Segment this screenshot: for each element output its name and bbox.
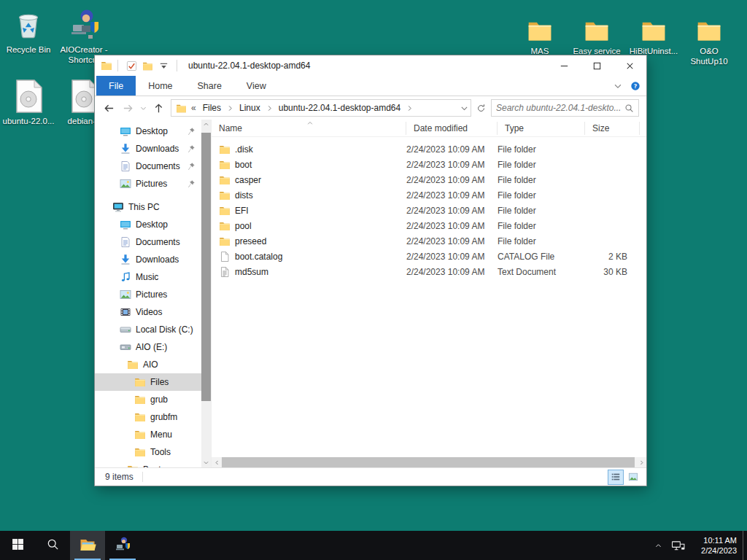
close-button[interactable]: [614, 55, 646, 76]
sidebar-item-documents[interactable]: Documents: [95, 158, 201, 175]
sidebar-item-videos[interactable]: Videos: [95, 303, 201, 321]
quick-access-properties-icon[interactable]: [123, 58, 139, 74]
sidebar-item-this-pc[interactable]: This PC: [95, 198, 201, 216]
quick-access-new-folder-icon[interactable]: [139, 58, 155, 74]
show-hidden-icons-button[interactable]: [649, 542, 667, 550]
tab-share[interactable]: Share: [185, 76, 234, 96]
sidebar-item-downloads[interactable]: Downloads: [95, 140, 201, 158]
pin-icon: [186, 179, 196, 189]
file-row-boot[interactable]: boot 2/24/2023 10:09 AM File folder: [212, 157, 646, 172]
sidebar-item-aio-e-[interactable]: AIO (E:): [95, 338, 201, 356]
tab-home[interactable]: Home: [136, 76, 185, 96]
navigation-scrollbar[interactable]: [201, 120, 211, 467]
large-icons-view-button[interactable]: [626, 470, 640, 484]
taskbar-aiocreator-button[interactable]: [105, 531, 140, 560]
desktop-icon-hibituninstaller[interactable]: HiBitUninst...: [626, 7, 681, 56]
scrollbar-thumb[interactable]: [201, 133, 211, 401]
minimize-button[interactable]: [548, 55, 581, 76]
windows-logo-icon: [12, 538, 24, 553]
scroll-down-icon[interactable]: [201, 458, 211, 467]
breadcrumb-overflow[interactable]: «: [187, 103, 198, 113]
column-header-size[interactable]: Size: [585, 122, 640, 135]
breadcrumb-segment[interactable]: Linux: [234, 103, 266, 113]
recent-locations-icon[interactable]: [137, 98, 149, 117]
scroll-left-icon[interactable]: [212, 457, 222, 467]
up-button[interactable]: [149, 98, 168, 117]
search-box[interactable]: [491, 99, 639, 117]
taskbar-clock[interactable]: 10:11 AM 2/24/2023: [692, 535, 737, 556]
window-system-icon[interactable]: [101, 60, 112, 71]
tab-view[interactable]: View: [234, 76, 279, 96]
start-button[interactable]: [0, 531, 35, 560]
item-label: Local Disk (C:): [136, 324, 193, 335]
taskbar: 10:11 AM 2/24/2023: [0, 531, 747, 560]
file-type-icon: [219, 159, 231, 171]
sidebar-item-grub[interactable]: grub: [95, 391, 201, 408]
refresh-icon[interactable]: [473, 99, 488, 117]
sidebar-item-music[interactable]: Music: [95, 268, 201, 286]
help-icon[interactable]: ?: [630, 81, 640, 91]
sidebar-item-downloads[interactable]: Downloads: [95, 251, 201, 268]
sidebar-item-documents[interactable]: Documents: [95, 233, 201, 251]
desktop-icon-recycle-bin[interactable]: Recycle Bin: [1, 6, 56, 55]
back-button[interactable]: [99, 98, 118, 117]
sidebar-item-local-disk-c-[interactable]: Local Disk (C:): [95, 321, 201, 338]
forward-button[interactable]: [118, 98, 137, 117]
breadcrumb: FilesLinuxubuntu-22.04.1-desktop-amd64: [198, 103, 414, 113]
breadcrumb-separator-icon[interactable]: [266, 104, 274, 112]
file-date-modified: 2/24/2023 10:09 AM: [406, 160, 498, 170]
file-row-boot-catalog[interactable]: boot.catalog 2/24/2023 10:09 AM CATALOG …: [212, 249, 646, 264]
sidebar-item-grubfm[interactable]: grubfm: [95, 408, 201, 426]
sidebar-item-files[interactable]: Files: [95, 373, 201, 391]
scroll-up-icon[interactable]: [201, 120, 211, 129]
breadcrumb-separator-icon[interactable]: [406, 104, 414, 112]
file-row-casper[interactable]: casper 2/24/2023 10:09 AM File folder: [212, 172, 646, 187]
customize-quick-access-toolbar-icon[interactable]: [155, 58, 171, 74]
sidebar-item-desktop[interactable]: Desktop: [95, 122, 201, 140]
item-label: Tools: [150, 447, 171, 457]
desktop-icon-oo-shutup10[interactable]: O&O ShutUp10: [681, 7, 737, 66]
location-folder-icon: [176, 103, 187, 114]
file-row-efi[interactable]: EFI 2/24/2023 10:09 AM File folder: [212, 203, 646, 218]
expand-ribbon-icon[interactable]: [613, 81, 623, 91]
file-type: File folder: [498, 236, 585, 246]
sidebar-item-pictures[interactable]: Pictures: [95, 175, 201, 192]
sidebar-item-tools[interactable]: Tools: [95, 443, 201, 461]
breadcrumb-separator-icon[interactable]: [226, 104, 234, 112]
breadcrumb-segment[interactable]: ubuntu-22.04.1-desktop-amd64: [274, 103, 406, 113]
file-row--disk[interactable]: .disk 2/24/2023 10:09 AM File folder: [212, 141, 646, 157]
column-header-type[interactable]: Type: [498, 122, 585, 135]
scrollbar-thumb[interactable]: [222, 457, 635, 467]
file-row-preseed[interactable]: preseed 2/24/2023 10:09 AM File folder: [212, 233, 646, 249]
desktop-icon-ubuntu-iso[interactable]: ubuntu-22.0...: [1, 77, 56, 126]
address-dropdown-icon[interactable]: [460, 104, 469, 113]
show-desktop-button[interactable]: [743, 531, 747, 560]
search-input[interactable]: [496, 103, 624, 113]
maximize-button[interactable]: [581, 55, 614, 76]
file-row-dists[interactable]: dists 2/24/2023 10:09 AM File folder: [212, 187, 646, 203]
network-icon[interactable]: [667, 540, 689, 551]
clock-time: 10:11 AM: [692, 535, 737, 545]
navigation-pane: Desktop Downloads Documents Pictures Thi…: [95, 120, 212, 467]
horizontal-scrollbar[interactable]: [212, 457, 646, 467]
system-tray: 10:11 AM 2/24/2023: [649, 531, 747, 560]
sidebar-item-aio[interactable]: AIO: [95, 356, 201, 373]
column-header-date-modified[interactable]: Date modified: [406, 122, 498, 135]
sidebar-item-menu[interactable]: Menu: [95, 426, 201, 443]
file-row-md5sum[interactable]: md5sum 2/24/2023 10:09 AM Text Document …: [212, 264, 646, 279]
desktop-icon-mas[interactable]: MAS: [512, 7, 568, 56]
details-view-button[interactable]: [608, 470, 623, 484]
taskbar-search-button[interactable]: [35, 531, 70, 560]
sidebar-item-pictures[interactable]: Pictures: [95, 286, 201, 303]
scroll-right-icon[interactable]: [636, 457, 646, 467]
file-date-modified: 2/24/2023 10:09 AM: [406, 221, 498, 231]
sidebar-item-boot[interactable]: Boot: [95, 461, 201, 467]
desktop-icon-easy-service[interactable]: Easy service: [569, 7, 624, 56]
tab-file[interactable]: File: [96, 76, 136, 96]
sidebar-item-desktop[interactable]: Desktop: [95, 216, 201, 233]
breadcrumb-segment[interactable]: Files: [198, 103, 226, 113]
item-label: Desktop: [136, 126, 168, 136]
file-row-pool[interactable]: pool 2/24/2023 10:09 AM File folder: [212, 218, 646, 233]
address-bar[interactable]: « FilesLinuxubuntu-22.04.1-desktop-amd64: [171, 99, 471, 117]
taskbar-file-explorer-button[interactable]: [70, 531, 105, 560]
